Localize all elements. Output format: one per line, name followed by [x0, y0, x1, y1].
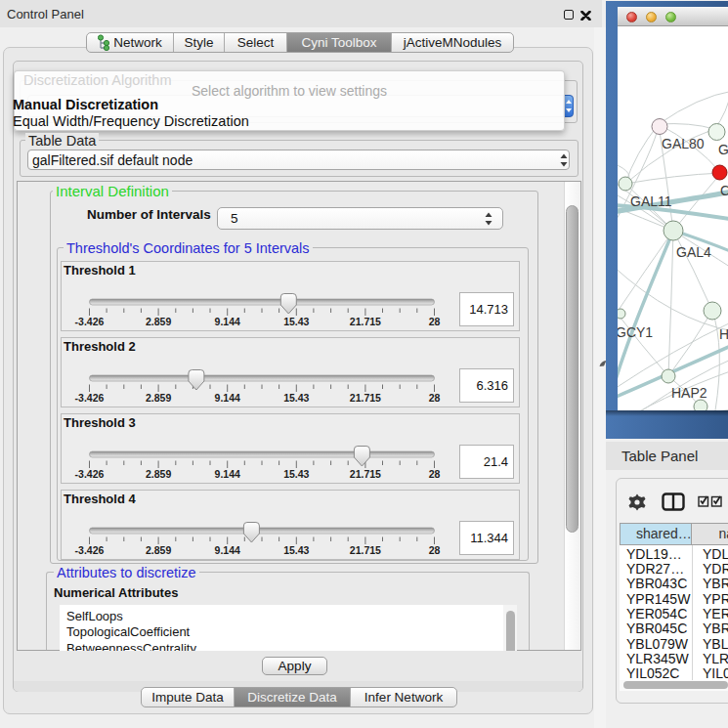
svg-text:15.43: 15.43	[283, 468, 309, 480]
svg-text:-3.426: -3.426	[75, 392, 105, 404]
svg-text:GCY1: GCY1	[618, 324, 653, 340]
svg-text:28: 28	[429, 544, 441, 556]
svg-text:2.859: 2.859	[146, 392, 171, 404]
svg-text:2.859: 2.859	[146, 468, 171, 480]
svg-text:21.715: 21.715	[350, 544, 381, 556]
svg-text:15.43: 15.43	[283, 392, 309, 404]
svg-text:-3.426: -3.426	[75, 316, 105, 327]
svg-text:-3.426: -3.426	[75, 468, 105, 480]
svg-text:21.715: 21.715	[350, 392, 381, 404]
svg-text:2.859: 2.859	[146, 316, 171, 327]
svg-text:GA: GA	[718, 142, 728, 157]
svg-text:2.859: 2.859	[146, 544, 171, 556]
svg-text:21.715: 21.715	[350, 316, 381, 327]
svg-text:HAP2: HAP2	[671, 385, 707, 401]
svg-text:-3.426: -3.426	[75, 544, 105, 556]
svg-text:9.144: 9.144	[215, 544, 240, 556]
svg-text:9.144: 9.144	[215, 316, 240, 327]
svg-text:GAL4: GAL4	[676, 244, 711, 260]
svg-text:C: C	[720, 183, 728, 198]
svg-text:28: 28	[429, 468, 441, 480]
svg-text:15.43: 15.43	[283, 544, 309, 556]
svg-text:28: 28	[429, 316, 441, 327]
svg-text:GAL11: GAL11	[630, 193, 672, 209]
svg-text:21.715: 21.715	[350, 468, 381, 480]
svg-text:GAL80: GAL80	[662, 136, 705, 151]
svg-text:28: 28	[429, 392, 441, 404]
svg-text:9.144: 9.144	[215, 392, 240, 404]
svg-text:15.43: 15.43	[283, 316, 309, 327]
svg-text:HIS: HIS	[719, 326, 728, 342]
svg-text:9.144: 9.144	[215, 468, 240, 480]
